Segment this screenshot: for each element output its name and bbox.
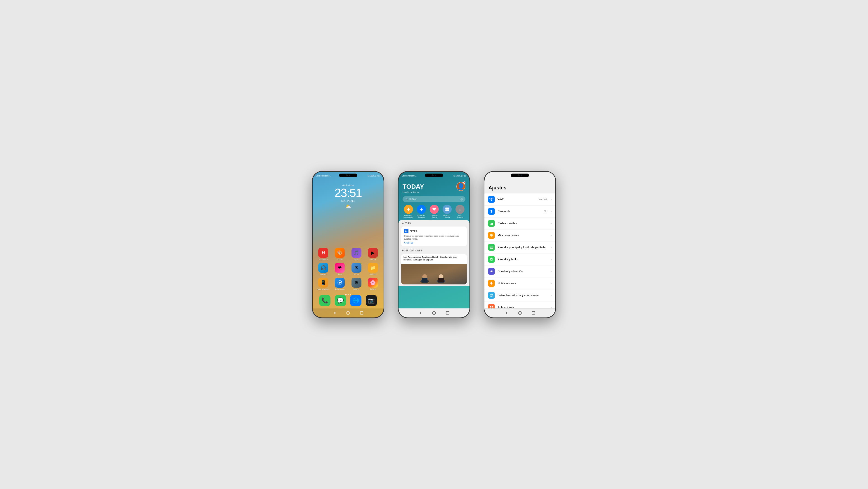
notificaciones-chevron: › (551, 282, 552, 285)
recents-button-3[interactable] (531, 311, 536, 315)
camera-lens (349, 175, 350, 176)
svg-rect-23 (490, 224, 491, 225)
qa-label-favoritos: FavoritosGalería (431, 214, 438, 219)
app-icon-videos: ▶ (368, 248, 378, 258)
weather-icon: ⛅ (313, 204, 383, 209)
camera-lens-3 (521, 175, 522, 176)
wifi-value: Nemo+ (538, 198, 547, 201)
svg-rect-20 (438, 278, 444, 282)
settings-item-pantalla-principal[interactable]: Pantalla principal y fondo de pantalla › (485, 241, 555, 254)
nav-bar-1 (313, 309, 383, 317)
phone-1: Solo emergenc... N 100% 23:51 Añadir ciu… (312, 171, 384, 318)
settings-item-notificaciones[interactable]: Notificaciones › (485, 278, 555, 289)
app-archivos[interactable]: 📁 Archivos (366, 263, 379, 276)
app-soporte[interactable]: 🎧 Soporte (317, 263, 330, 276)
settings-item-brillo[interactable]: Pantalla y brillo › (485, 254, 555, 265)
settings-item-biometricos[interactable]: Datos biométricos y contraseña › (485, 289, 555, 301)
qa-nuevo-contacto[interactable]: Nuevo con...Contactos (417, 205, 426, 219)
dock-messages[interactable]: 💬 (335, 295, 346, 306)
qa-favoritos[interactable]: FavoritosGalería (430, 205, 439, 219)
settings-page-title: Ajustes (485, 183, 555, 194)
settings-item-conexiones[interactable]: Más conexiones › (485, 229, 555, 241)
conexiones-chevron: › (551, 234, 552, 237)
svg-rect-7 (447, 208, 449, 209)
news-card[interactable]: Los Reyes piden a Banderas, Nadal y Gaso… (401, 254, 467, 284)
phone-3: Solo emergenc... N 100% 23:52 Ajustes (484, 171, 556, 318)
app-label-optimizer: Optimizador (335, 288, 345, 290)
conexiones-icon (488, 232, 495, 239)
ai-tips-card[interactable]: AI AI TIPS Otorgue los permisos requerid… (401, 227, 467, 246)
svg-rect-9 (447, 209, 449, 211)
app-correo[interactable]: ✉ Correo (350, 263, 363, 276)
qa-label-mas: MásServicios (457, 214, 463, 219)
app-label-soporte: Soporte (320, 274, 327, 276)
svg-point-27 (490, 235, 491, 235)
quick-actions: Nueva notaBloc de notas Nuevo con...Cont… (399, 204, 469, 220)
qa-mas-recientes[interactable]: Más recie...Galería (442, 205, 452, 219)
app-salud[interactable]: ❤ Salud (333, 263, 346, 276)
app-ajustes[interactable]: ⚙ Ajustes (350, 278, 363, 290)
sonidos-label: Sonidos y vibración (498, 269, 548, 273)
news-section-header: PUBLICACIONES (399, 247, 469, 253)
qa-label-nota: Nueva notaBloc de notas (403, 214, 413, 219)
app-icon-optimizer (335, 278, 345, 288)
app-music[interactable]: 🎵 Music (350, 248, 363, 260)
settings-item-wifi[interactable]: Wi-Fi Nemo+ › (485, 194, 555, 205)
settings-item-bluetooth[interactable]: Bluetooth No › (485, 205, 555, 218)
home-button-2[interactable] (432, 311, 436, 315)
sonidos-icon (488, 268, 495, 275)
recents-button-2[interactable] (445, 311, 450, 315)
dock-browser[interactable]: 🌐 (350, 295, 362, 306)
app-optimizador[interactable]: Optimizador (333, 278, 346, 290)
nav-bar-2 (399, 309, 469, 317)
app-appgallery[interactable]: H AppGallery (317, 248, 330, 260)
qa-icon-contacto (417, 205, 426, 214)
app-label-apps: Apps principa... (317, 288, 329, 290)
notificaciones-label: Notificaciones (498, 282, 548, 285)
dock-camera[interactable]: 📷 (366, 295, 377, 306)
news-body: Los Reyes piden a Banderas, Nadal y Gaso… (401, 254, 467, 264)
back-button-2[interactable] (418, 311, 423, 315)
app-videos[interactable]: ▶ Vídeos (366, 248, 379, 260)
svg-point-31 (491, 258, 492, 260)
app-icon-temas: 🎨 (335, 248, 345, 258)
app-galeria[interactable]: 🌸 Galería (366, 278, 379, 290)
pantalla-principal-icon (488, 244, 495, 251)
svg-marker-21 (420, 312, 421, 314)
app-apps-principal[interactable]: 📱 Apps principa... (317, 278, 330, 290)
app-label-music: Music (354, 258, 359, 260)
back-button-3[interactable] (504, 311, 508, 315)
app-label-correo: Correo (353, 274, 359, 276)
wifi-chevron: › (551, 198, 552, 201)
qa-label-recientes: Más recie...Galería (443, 214, 451, 219)
back-button-1[interactable] (332, 311, 337, 315)
redes-label: Redes móviles (498, 222, 548, 225)
today-content: AI TIPS AI AI TIPS Otorgue los permisos … (399, 220, 469, 286)
home-button-1[interactable] (346, 311, 350, 315)
settings-item-sonidos[interactable]: Sonidos y vibración › (485, 265, 555, 278)
home-button-3[interactable] (518, 311, 522, 315)
bluetooth-icon (488, 208, 495, 215)
conexiones-label: Más conexiones (498, 233, 548, 237)
app-row-2: 🎧 Soporte ❤ Salud ✉ Correo 📁 Archivos (317, 263, 379, 276)
qa-nueva-nota[interactable]: Nueva notaBloc de notas (403, 205, 413, 219)
svg-point-22 (491, 200, 492, 201)
svg-point-28 (492, 235, 493, 235)
date-display: Mié., 29 abr. (313, 200, 383, 202)
dock-phone[interactable]: 📞 (319, 295, 331, 306)
app-icon-gallery: 🌸 (368, 278, 378, 288)
add-city-label[interactable]: Añadir ciudad (313, 184, 383, 186)
svg-point-11 (460, 209, 460, 209)
qa-mas[interactable]: MásServicios (456, 205, 465, 219)
ai-tips-link[interactable]: AJUSTES (404, 242, 464, 244)
avatar-person-icon: 👤 (457, 183, 465, 191)
app-icon-soporte: 🎧 (318, 263, 328, 273)
app-temas[interactable]: 🎨 Temas (333, 248, 346, 260)
camera-pill (339, 174, 357, 177)
settings-item-redes[interactable]: Redes móviles › (485, 218, 555, 229)
camera-pill-3 (511, 174, 529, 177)
biometricos-chevron: › (551, 294, 552, 297)
recents-button-1[interactable] (360, 311, 364, 315)
search-bar[interactable]: 🔍 Buscar ◎ (403, 196, 465, 202)
svg-point-0 (339, 282, 341, 284)
